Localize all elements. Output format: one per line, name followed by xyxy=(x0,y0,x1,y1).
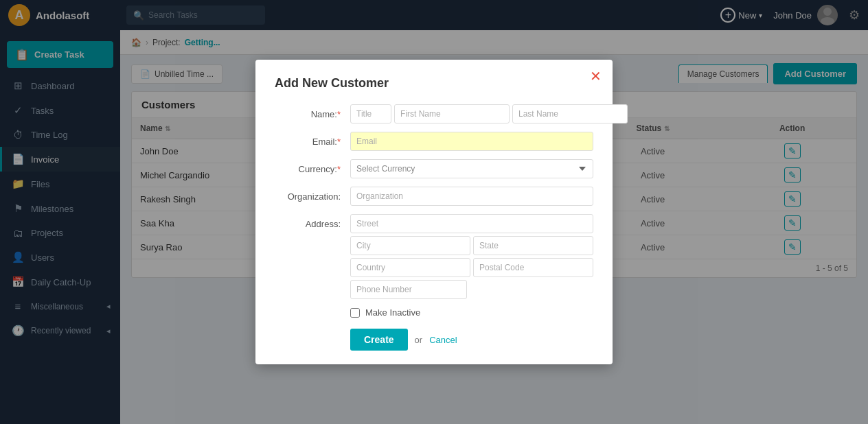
modal-overlay[interactable]: Add New Customer ✕ Name:* Email:* xyxy=(0,0,868,424)
or-text: or xyxy=(415,335,423,345)
currency-select[interactable]: Select Currency USD EUR GBP AUD INR xyxy=(350,159,593,178)
last-name-input[interactable] xyxy=(512,104,628,123)
address-label: Address: xyxy=(275,214,350,229)
currency-label: Currency:* xyxy=(275,159,350,174)
org-input[interactable] xyxy=(350,187,593,206)
modal-title: Add New Customer xyxy=(275,76,593,91)
cancel-button[interactable]: Cancel xyxy=(429,335,457,345)
org-label: Organization: xyxy=(275,187,350,202)
org-row: Organization: xyxy=(275,187,593,206)
name-row: Name:* xyxy=(275,104,593,123)
phone-row xyxy=(350,280,593,299)
city-state-row xyxy=(350,236,593,255)
country-postal-row xyxy=(350,258,593,277)
first-name-input[interactable] xyxy=(394,104,510,123)
email-label: Email:* xyxy=(275,132,350,147)
currency-row: Currency:* Select Currency USD EUR GBP A… xyxy=(275,159,593,178)
close-button[interactable]: ✕ xyxy=(590,69,602,83)
country-input[interactable] xyxy=(350,258,470,277)
phone-input[interactable] xyxy=(350,280,467,299)
create-button[interactable]: Create xyxy=(350,329,408,351)
address-row: Address: xyxy=(275,214,593,299)
name-fields xyxy=(350,104,628,123)
inactive-label: Make Inactive xyxy=(365,307,420,318)
state-input[interactable] xyxy=(473,236,593,255)
email-input[interactable] xyxy=(350,132,593,151)
inactive-checkbox[interactable] xyxy=(350,308,360,318)
title-input[interactable] xyxy=(350,104,391,123)
add-customer-modal: Add New Customer ✕ Name:* Email:* xyxy=(255,60,613,364)
postal-input[interactable] xyxy=(473,258,593,277)
street-input[interactable] xyxy=(350,214,593,233)
inactive-row: Make Inactive xyxy=(350,307,593,318)
email-row: Email:* xyxy=(275,132,593,151)
city-input[interactable] xyxy=(350,236,470,255)
name-label: Name:* xyxy=(275,104,350,119)
modal-actions: Create or Cancel xyxy=(350,329,593,351)
